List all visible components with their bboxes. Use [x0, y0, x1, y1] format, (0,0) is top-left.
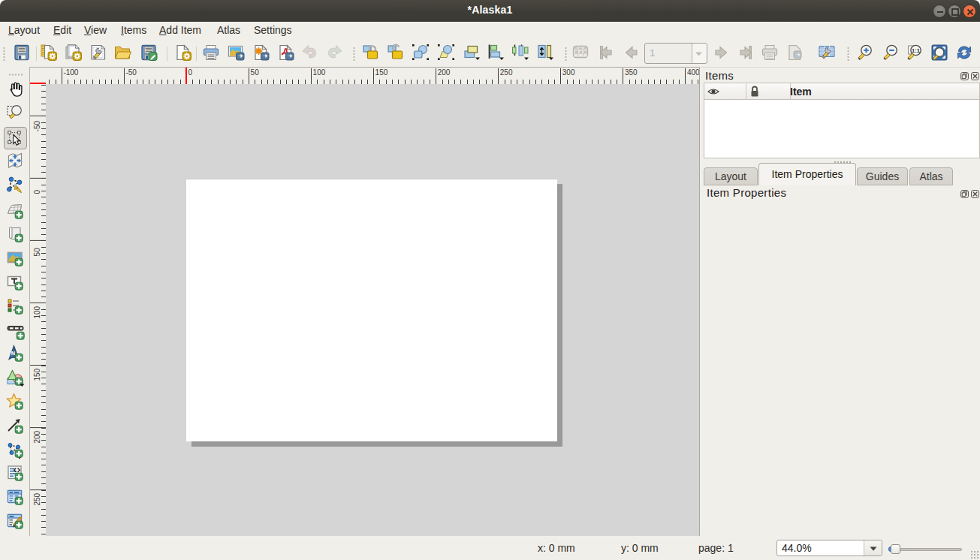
svg-text:150: 150 [33, 368, 41, 381]
svg-text:0: 0 [33, 189, 41, 194]
svg-text:N: N [11, 350, 15, 357]
svg-text:-50: -50 [33, 121, 41, 132]
svg-text:200: 200 [33, 430, 41, 443]
svg-text:250: 250 [33, 492, 41, 505]
svg-text:1:1: 1:1 [912, 47, 920, 54]
svg-text:50: 50 [33, 248, 41, 257]
svg-text:100: 100 [33, 306, 41, 318]
